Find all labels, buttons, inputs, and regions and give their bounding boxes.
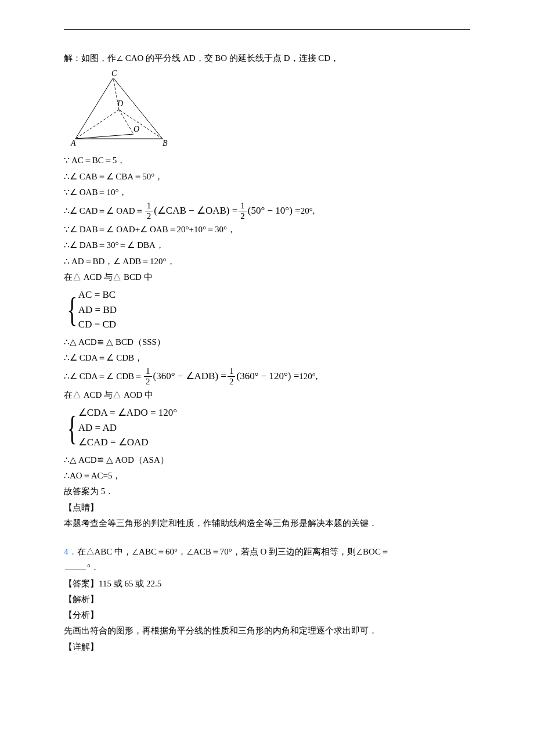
step-11: ∴∠ CDA＝∠ CDB＝ 1 2 (360° − ∠ADB) = 1 2 (3… — [64, 366, 470, 386]
answer-text: 115 或 65 或 22.5 — [99, 579, 161, 588]
step-13: ∴△ ACD≌ △ AOD（ASA） — [64, 452, 470, 467]
sys2-r3: ∠CAD = ∠OAD — [78, 435, 177, 450]
step-2: ∴∠ CAB＝∠ CBA＝50°， — [64, 169, 470, 184]
dianjing-label: 【点睛】 — [64, 500, 470, 515]
vertex-O: O — [134, 125, 139, 134]
fenxi-label: 【分析】 — [64, 607, 470, 622]
step-12: 在△ ACD 与△ AOD 中 — [64, 387, 470, 402]
step-3: ∵∠ OAB＝10°， — [64, 185, 470, 200]
vertex-A: A — [70, 139, 76, 147]
svg-line-5 — [119, 110, 134, 134]
equation-system-1: { AC = BC AD = BD CD = CD — [64, 287, 117, 332]
solution-intro: 解：如图，作∠ CAO 的平分线 AD，交 BO 的延长线于点 D，连接 CD， — [64, 51, 470, 66]
question-stem-2: °． — [87, 563, 99, 572]
step-11a: ∴∠ CDA＝∠ CDB＝ — [64, 369, 143, 384]
sys1-r1: AC = BC — [78, 287, 117, 303]
vertex-B: B — [163, 139, 168, 147]
xiangjie-label: 【详解】 — [64, 639, 470, 654]
step-6: ∴∠ DAB＝30°＝∠ DBA， — [64, 237, 470, 253]
left-brace: { — [67, 287, 77, 332]
step-10: ∴∠ CDA＝∠ CDB， — [64, 350, 470, 365]
equation-system-2: { ∠CDA = ∠ADO = 120° AD = AD ∠CAD = ∠OAD — [64, 405, 177, 450]
step-15: 故答案为 5． — [64, 484, 470, 499]
question-number: 4． — [64, 547, 77, 556]
step-9: ∴△ ACD≌ △ BCD（SSS） — [64, 334, 470, 350]
step-8: 在△ ACD 与△ BCD 中 — [64, 269, 470, 285]
fraction-half: 1 2 — [228, 366, 236, 386]
question-stem-1: 在△ABC 中，∠ABC＝60°，∠ACB＝70°，若点 O 到三边的距离相等，… — [77, 547, 389, 556]
question-4: 4．在△ABC 中，∠ABC＝60°，∠ACB＝70°，若点 O 到三边的距离相… — [64, 544, 470, 559]
step-1: ∵ AC＝BC＝5， — [64, 153, 470, 168]
answer-blank — [65, 562, 86, 571]
top-rule — [64, 29, 470, 30]
step-4d: 20°, — [301, 203, 315, 218]
step-4c: (50° − 10°) = — [248, 202, 301, 219]
sys1-r2: AD = BD — [78, 303, 117, 318]
left-brace: { — [67, 405, 77, 450]
geometry-figure: A B C D O — [64, 69, 174, 150]
question-blank-line: °． — [64, 560, 470, 575]
jiexi-label: 【解析】 — [64, 592, 470, 607]
step-11b: (360° − ∠ADB) = — [153, 368, 226, 385]
step-4b: (∠CAB − ∠OAB) = — [154, 202, 237, 219]
step-14: ∴AO＝AC=5， — [64, 468, 470, 483]
step-7: ∴ AD＝BD，∠ ADB＝120°， — [64, 254, 470, 269]
sys1-r3: CD = CD — [78, 317, 117, 332]
step-4: ∴∠ CAD＝∠ OAD＝ 1 2 (∠CAB − ∠OAB) = 1 2 (5… — [64, 201, 470, 221]
step-11c: (360° − 120°) = — [236, 368, 299, 385]
sys2-r1: ∠CDA = ∠ADO = 120° — [78, 405, 177, 420]
answer-label: 【答案】 — [64, 579, 99, 588]
svg-line-2 — [119, 110, 163, 139]
svg-line-4 — [75, 110, 119, 139]
step-11d: 120°, — [299, 369, 317, 384]
document-page: 解：如图，作∠ CAO 的平分线 AD，交 BO 的延长线于点 D，连接 CD，… — [0, 0, 534, 756]
svg-line-1 — [75, 134, 134, 139]
fraction-half: 1 2 — [239, 201, 247, 221]
fraction-half: 1 2 — [145, 201, 153, 221]
vertex-C: C — [111, 69, 117, 78]
sys2-r2: AD = AD — [78, 420, 177, 435]
dianjing-text: 本题考查全等三角形的判定和性质，作辅助线构造全等三角形是解决本题的关键． — [64, 516, 470, 531]
step-4a: ∴∠ CAD＝∠ OAD＝ — [64, 203, 144, 218]
fraction-half: 1 2 — [144, 366, 152, 386]
step-5: ∵∠ DAB＝∠ OAD+∠ OAB＝20°+10°＝30°， — [64, 222, 470, 237]
answer-line: 【答案】115 或 65 或 22.5 — [64, 576, 470, 591]
vertex-D: D — [117, 99, 123, 108]
fenxi-text: 先画出符合的图形，再根据角平分线的性质和三角形的内角和定理逐个求出即可． — [64, 623, 470, 638]
